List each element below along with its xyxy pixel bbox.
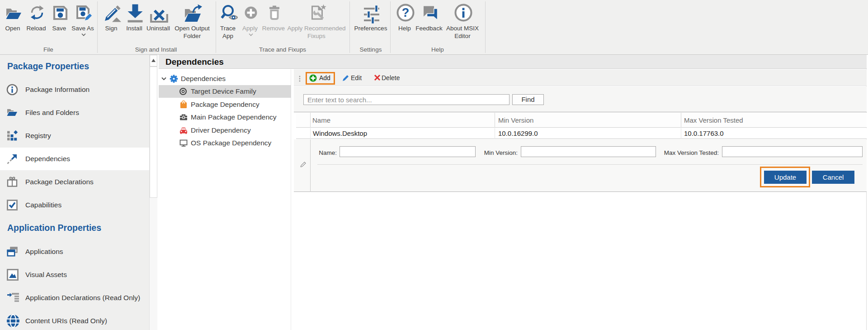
svg-text:?: ?: [402, 6, 410, 19]
